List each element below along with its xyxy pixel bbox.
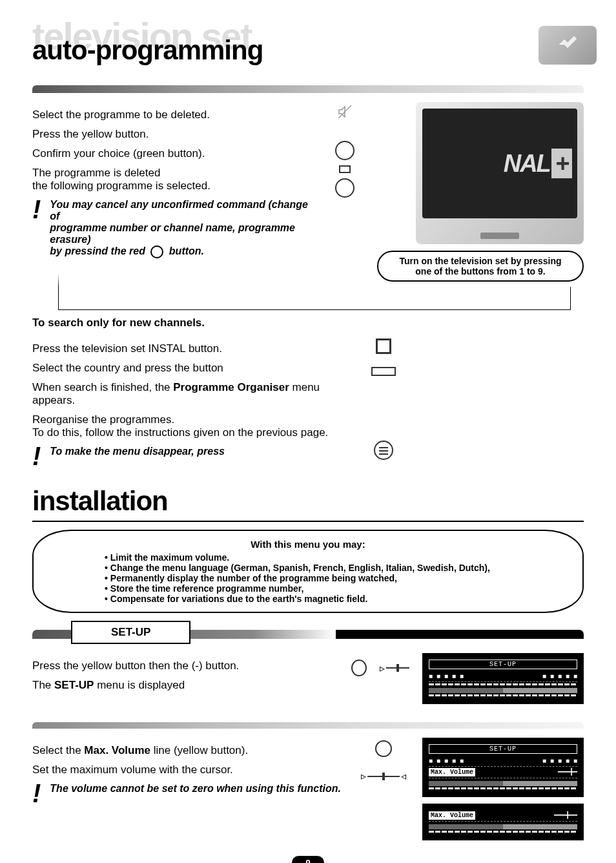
note-text: To make the menu disappear, press (50, 446, 351, 457)
instruction: the following programme is selected. (32, 180, 313, 192)
maxvolume-screen-2: Max. Volume━━━╋━━ (422, 804, 584, 840)
oval-item: Store the time reference programme numbe… (105, 583, 550, 594)
underline (32, 521, 584, 522)
page-number: 9 (292, 856, 324, 863)
note-text: by pressind the red (50, 245, 145, 256)
menu-close-note: ! To make the menu disappear, press (32, 446, 351, 466)
instruction: The SET-UP menu is displayed (32, 679, 345, 692)
setup-header: SET-UP (32, 621, 584, 647)
instruction: Select the country and press the button (32, 362, 351, 375)
instruction: Select the Max. Volume line (yellow butt… (32, 744, 351, 757)
turn-on-callout: Turn on the television set by pressing o… (377, 251, 584, 282)
minus-slider-icon: ▹ (380, 662, 409, 674)
instal-button-icon (376, 338, 391, 354)
note-text: programme number or channel name, progra… (50, 222, 295, 245)
instruction: The programme is deleted (32, 167, 313, 180)
note-text: You may cancel any unconfirmed command (… (50, 199, 308, 222)
divider (32, 722, 584, 729)
oval-item: Compensate for variations due to the ear… (105, 594, 550, 604)
cancel-note: ! You may cancel any unconfirmed command… (32, 199, 313, 258)
divider (32, 85, 584, 93)
button-icon (335, 141, 354, 160)
oval-item: Change the menu language (German, Spanis… (105, 563, 550, 573)
instruction: When search is finished, the Programme O… (32, 381, 351, 407)
setup-pill-label: SET-UP (71, 621, 190, 644)
oval-item: Permanently display the number of the pr… (105, 573, 550, 583)
instruction: Select the programme to be deleted. (32, 109, 313, 121)
exclaim-icon: ! (32, 199, 41, 220)
menu-button-icon (374, 441, 393, 460)
rect-icon (339, 165, 351, 173)
exclaim-icon: ! (32, 783, 41, 804)
step-connector (58, 287, 571, 310)
instruction: Confirm your choice (green button). (32, 147, 313, 160)
setup-screen-illustration: SET-UP ■ ■ ■ ■ ■■ ■ ■ ■ ■ (422, 653, 584, 704)
instruction: Press the television set INSTAL button. (32, 342, 351, 355)
instruction: Set the maximum volume with the cursor. (32, 764, 351, 776)
volume-zero-note: ! The volume cannot be set to zero when … (32, 783, 351, 804)
note-text: The volume cannot be set to zero when us… (50, 783, 351, 795)
button-icon (335, 178, 354, 198)
tv-illustration: NAL+ (416, 102, 584, 244)
instruction: Press the yellow button. (32, 128, 313, 141)
note-text: button. (169, 245, 204, 256)
corner-decor-icon (539, 26, 597, 65)
rect-button-icon (371, 367, 396, 376)
instruction: Press the yellow button then the (-) but… (32, 660, 345, 672)
section-heading: To search only for new channels. (32, 317, 584, 329)
tv-logo: NAL+ (504, 150, 572, 178)
cursor-slider-icon: ▹◃ (361, 770, 406, 782)
oval-item: Limit the maximum volume. (105, 552, 550, 563)
main-title: auto-programming (32, 35, 584, 66)
page-header: television set auto-programming (32, 19, 584, 66)
menu-options-callout: With this menu you may: Limit the maximu… (32, 530, 584, 613)
exclaim-icon: ! (32, 446, 41, 466)
installation-title: installation (32, 486, 584, 517)
yellow-button-icon (351, 660, 367, 676)
yellow-button-icon (375, 740, 392, 757)
instruction: Reorganise the programmes. (32, 413, 351, 426)
instruction: To do this, follow the instructions give… (32, 426, 351, 439)
mute-icon (335, 102, 354, 121)
oval-title: With this menu you may: (66, 539, 550, 550)
maxvolume-screen-1: SET-UP ■ ■ ■ ■ ■■ ■ ■ ■ ■ Max. Volume━━━… (422, 738, 584, 797)
pause-button-icon (150, 245, 163, 258)
